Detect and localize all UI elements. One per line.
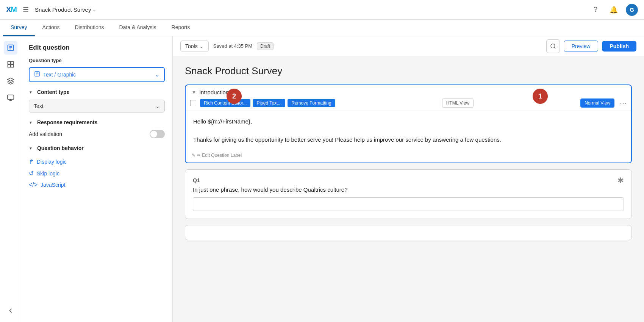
edit-label-text: ✏ Edit Question Label xyxy=(197,153,242,158)
intro-header: ▼ Introduction xyxy=(186,85,631,95)
tab-data-analysis[interactable]: Data & Analysis xyxy=(112,20,164,36)
tab-distributions[interactable]: Distributions xyxy=(67,20,112,36)
edit-label-pencil-icon: ✎ xyxy=(192,153,195,158)
hamburger-menu[interactable]: ☰ xyxy=(21,4,30,16)
question-behavior-arrow-icon: ▼ xyxy=(29,146,33,150)
q1-card: Q1 ✱ In just one phrase, how would you d… xyxy=(185,169,632,219)
rich-content-editor-button[interactable]: Rich Content Editor... xyxy=(200,99,250,107)
response-requirements-section: ▼ Response requirements Add validation xyxy=(29,119,165,138)
editor-more-icon[interactable]: ⋯ xyxy=(620,99,627,107)
intro-body: 2 Rich Content Editor... Piped Text... R… xyxy=(186,95,631,163)
validation-row: Add validation xyxy=(29,130,165,138)
sidebar-icon-survey[interactable] xyxy=(4,41,17,55)
survey-title-text: Snack Product Survey xyxy=(35,6,91,13)
circle-2: 2 xyxy=(227,89,242,104)
javascript-label: JavaScript xyxy=(41,182,65,188)
content-type-header[interactable]: ▼ Content type xyxy=(29,89,165,95)
response-requirements-header[interactable]: ▼ Response requirements xyxy=(29,119,165,125)
display-logic-link[interactable]: ↱ Display logic xyxy=(29,156,165,167)
svg-rect-6 xyxy=(8,65,10,67)
question-behavior-header[interactable]: ▼ Question behavior xyxy=(29,145,165,151)
survey-title-top[interactable]: Snack Product Survey ⌄ xyxy=(35,6,96,13)
add-validation-label: Add validation xyxy=(29,131,62,137)
tab-actions[interactable]: Actions xyxy=(35,20,67,36)
search-button[interactable] xyxy=(546,39,560,53)
saved-status: Saved at 4:35 PM xyxy=(213,43,252,49)
q2-card-partial xyxy=(185,225,632,240)
top-bar: XM ☰ Snack Product Survey ⌄ ? 🔔 G xyxy=(0,0,644,20)
icon-sidebar xyxy=(0,36,21,322)
content-type-dropdown[interactable]: Text ⌄ xyxy=(29,100,165,113)
svg-point-15 xyxy=(551,44,555,48)
tools-button[interactable]: Tools ⌄ xyxy=(180,41,209,52)
left-panel: Edit question Question type Text / Graph… xyxy=(21,36,173,322)
skip-logic-icon: ↺ xyxy=(29,170,34,177)
skip-logic-link[interactable]: ↺ Skip logic xyxy=(29,167,165,179)
tools-label: Tools xyxy=(185,43,198,49)
editor-checkbox[interactable] xyxy=(190,100,196,106)
question-type-caret-icon: ⌄ xyxy=(155,72,159,78)
sidebar-bottom xyxy=(4,301,17,317)
tab-survey[interactable]: Survey xyxy=(3,20,35,36)
survey-canvas: Snack Product Survey ▼ Introduction 2 Ri… xyxy=(173,56,644,255)
editor-toolbar: Tools ⌄ Saved at 4:35 PM Draft Preview P… xyxy=(173,36,644,56)
top-right-controls: ? 🔔 G xyxy=(589,4,638,16)
survey-title: Snack Product Survey xyxy=(185,65,632,77)
notifications-icon[interactable]: 🔔 xyxy=(608,4,620,16)
question-behavior-section: ▼ Question behavior ↱ Display logic ↺ Sk… xyxy=(29,145,165,191)
tools-caret-icon: ⌄ xyxy=(199,43,204,49)
text-graphic-icon xyxy=(34,71,40,78)
normal-view-button[interactable]: Normal View xyxy=(580,98,614,108)
display-logic-label: Display logic xyxy=(37,159,67,165)
avatar[interactable]: G xyxy=(626,4,638,16)
introduction-card: ▼ Introduction 2 Rich Content Editor... … xyxy=(185,84,632,163)
preview-button[interactable]: Preview xyxy=(564,41,599,52)
intro-collapse-icon[interactable]: ▼ xyxy=(192,90,196,95)
javascript-link[interactable]: </> JavaScript xyxy=(29,179,165,191)
sidebar-icon-style[interactable] xyxy=(4,74,17,88)
question-type-dropdown[interactable]: Text / Graphic ⌄ xyxy=(29,67,165,82)
html-view-button[interactable]: HTML View xyxy=(442,98,474,108)
svg-rect-8 xyxy=(7,95,14,100)
question-type-label: Question type xyxy=(29,58,165,63)
remove-formatting-button[interactable]: Remove Formatting xyxy=(288,99,335,107)
intro-line2: Thanks for giving us the opportunity to … xyxy=(193,135,624,144)
sidebar-icon-tools[interactable] xyxy=(4,91,17,105)
sidebar-icon-blocks[interactable] xyxy=(4,58,17,71)
content-type-value: Text xyxy=(34,103,155,109)
svg-line-16 xyxy=(554,47,555,48)
circle-1: 1 xyxy=(533,89,548,104)
sidebar-icon-collapse[interactable] xyxy=(4,304,17,317)
draft-badge: Draft xyxy=(257,42,274,50)
rich-editor-toolbar: Rich Content Editor... Piped Text... Rem… xyxy=(186,95,631,111)
edit-question-title: Edit question xyxy=(29,44,165,52)
validation-toggle[interactable] xyxy=(150,130,165,138)
response-req-arrow-icon: ▼ xyxy=(29,120,33,125)
tab-reports[interactable]: Reports xyxy=(164,20,198,36)
help-icon[interactable]: ? xyxy=(589,4,602,16)
nav-tabs: Survey Actions Distributions Data & Anal… xyxy=(0,20,644,36)
q1-response-input[interactable] xyxy=(193,197,624,211)
edit-question-label-link[interactable]: ✎ ✏ Edit Question Label xyxy=(186,150,631,163)
content-type-section: ▼ Content type Text ⌄ xyxy=(29,89,165,113)
q1-required-icon: ✱ xyxy=(617,176,624,185)
display-logic-icon: ↱ xyxy=(29,158,34,165)
intro-line1: Hello ${m://FirstName}, xyxy=(193,117,624,126)
content-area: Tools ⌄ Saved at 4:35 PM Draft Preview P… xyxy=(173,36,644,322)
publish-button[interactable]: Publish xyxy=(602,41,636,52)
javascript-icon: </> xyxy=(29,181,38,188)
q1-header: Q1 ✱ xyxy=(185,170,631,186)
xm-logo: XM xyxy=(6,5,17,14)
content-type-arrow-icon: ▼ xyxy=(29,90,33,94)
svg-rect-4 xyxy=(8,62,10,64)
content-type-caret-icon: ⌄ xyxy=(155,103,160,109)
editor-content[interactable]: Hello ${m://FirstName}, Thanks for givin… xyxy=(186,111,631,150)
response-req-title: Response requirements xyxy=(37,119,98,125)
title-caret-icon: ⌄ xyxy=(92,7,96,13)
piped-text-button[interactable]: Piped Text... xyxy=(253,99,285,107)
q1-text: In just one phrase, how would you descri… xyxy=(185,186,631,197)
svg-rect-5 xyxy=(11,62,13,64)
q1-id: Q1 xyxy=(193,177,200,183)
question-behavior-title: Question behavior xyxy=(37,145,84,151)
content-type-title: Content type xyxy=(37,89,70,95)
